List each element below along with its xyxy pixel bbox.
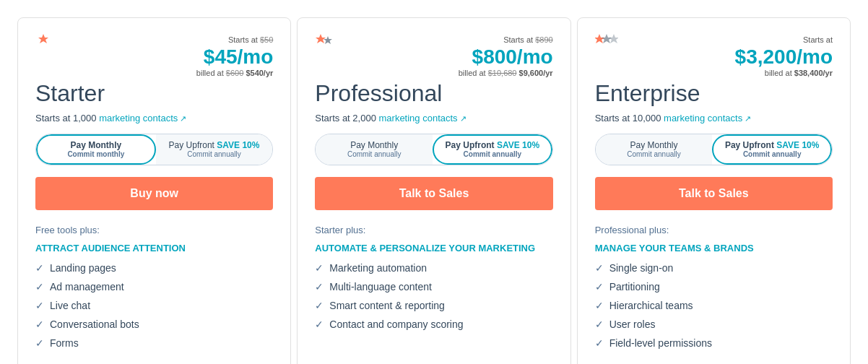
feature-label: Partitioning xyxy=(609,281,660,292)
feature-label: Single sign-on xyxy=(609,262,674,274)
feature-label: Landing pages xyxy=(50,262,116,274)
pay-upfront-toggle[interactable]: Pay Upfront SAVE 10% Commit annually xyxy=(712,134,832,165)
feature-item: ✓ Multi-language content xyxy=(315,281,552,292)
check-icon: ✓ xyxy=(595,281,604,292)
contacts-link[interactable]: marketing contacts xyxy=(379,113,466,124)
features-category: ATTRACT AUDIENCE ATTENTION xyxy=(35,243,273,254)
enterprise-icon xyxy=(595,32,618,52)
starts-at-label: Starts at $890 xyxy=(503,35,553,44)
cta-button[interactable]: Buy now xyxy=(35,177,273,210)
feature-label: Conversational bots xyxy=(50,318,139,330)
features-category: MANAGE YOUR TEAMS & BRANDS xyxy=(595,243,833,254)
contacts-line: Starts at 1,000 marketing contacts xyxy=(35,113,273,124)
pay-upfront-label: Pay Upfront SAVE 10% xyxy=(446,140,539,150)
feature-item: ✓ Live chat xyxy=(35,300,273,311)
professional-icon xyxy=(315,32,334,52)
billed-line: billed at $10,680 $9,600/yr xyxy=(459,69,553,77)
feature-item: ✓ Marketing automation xyxy=(315,262,552,274)
billing-toggle[interactable]: Pay Monthly Commit monthly Pay Upfront S… xyxy=(35,134,273,165)
features-intro: Starter plus: xyxy=(315,225,552,235)
feature-label: Marketing automation xyxy=(329,262,427,274)
pay-upfront-label: Pay Upfront SAVE 10% xyxy=(725,140,819,150)
feature-label: Hierarchical teams xyxy=(609,300,693,311)
check-icon: ✓ xyxy=(315,300,324,311)
check-icon: ✓ xyxy=(35,318,44,330)
plan-header: Starts at $50 $45/mo billed at $600 $540… xyxy=(35,32,273,77)
check-icon: ✓ xyxy=(35,281,44,292)
feature-item: ✓ Hierarchical teams xyxy=(595,300,833,311)
feature-item: ✓ Smart content & reporting xyxy=(315,300,552,311)
pay-monthly-sub: Commit annually xyxy=(627,150,680,159)
plan-header: Starts at $890 $800/mo billed at $10,680… xyxy=(315,32,552,77)
save-badge: SAVE 10% xyxy=(776,140,819,150)
check-icon: ✓ xyxy=(35,337,44,349)
check-icon: ✓ xyxy=(595,337,604,349)
pricing-container: Starts at $50 $45/mo billed at $600 $540… xyxy=(14,14,854,364)
cta-button[interactable]: Talk to Sales xyxy=(595,177,833,210)
plan-pricing-block: Starts at $3,200/mo billed at $38,400/yr xyxy=(735,32,833,77)
plan-card-enterprise: Starts at $3,200/mo billed at $38,400/yr… xyxy=(577,17,851,364)
price-main: $800/mo xyxy=(459,46,553,69)
starter-icon xyxy=(35,32,51,52)
plan-name: Enterprise xyxy=(595,80,833,107)
pay-monthly-toggle[interactable]: Pay Monthly Commit annually xyxy=(316,134,433,165)
feature-label: User roles xyxy=(609,318,656,330)
features-intro: Free tools plus: xyxy=(35,225,273,235)
feature-item: ✓ Field-level permissions xyxy=(595,337,833,349)
pay-monthly-label: Pay Monthly xyxy=(630,140,677,150)
feature-item: ✓ Ad management xyxy=(35,281,273,292)
feature-item: ✓ Landing pages xyxy=(35,262,273,274)
check-icon: ✓ xyxy=(315,262,324,274)
check-icon: ✓ xyxy=(315,318,324,330)
plan-name: Starter xyxy=(35,80,273,107)
check-icon: ✓ xyxy=(595,300,604,311)
billing-toggle[interactable]: Pay Monthly Commit annually Pay Upfront … xyxy=(595,134,833,165)
starts-at-label: Starts at $50 xyxy=(228,35,273,44)
contacts-link[interactable]: marketing contacts xyxy=(664,113,751,124)
pay-upfront-toggle[interactable]: Pay Upfront SAVE 10% Commit annually xyxy=(433,134,552,165)
pay-upfront-toggle[interactable]: Pay Upfront SAVE 10% Commit annually xyxy=(156,134,273,165)
features-section: Starter plus: AUTOMATE & PERSONALIZE YOU… xyxy=(315,225,552,356)
plan-pricing-block: Starts at $50 $45/mo billed at $600 $540… xyxy=(196,32,273,77)
pay-monthly-label: Pay Monthly xyxy=(70,140,121,150)
check-icon: ✓ xyxy=(595,318,604,330)
check-icon: ✓ xyxy=(595,262,604,274)
feature-label: Ad management xyxy=(50,281,124,292)
billing-toggle[interactable]: Pay Monthly Commit annually Pay Upfront … xyxy=(315,134,552,165)
feature-label: Smart content & reporting xyxy=(329,300,445,311)
features-section: Free tools plus: ATTRACT AUDIENCE ATTENT… xyxy=(35,225,273,356)
feature-item: ✓ Single sign-on xyxy=(595,262,833,274)
pay-monthly-sub: Commit monthly xyxy=(67,150,124,159)
contacts-link[interactable]: marketing contacts xyxy=(99,113,186,124)
feature-label: Forms xyxy=(50,337,79,349)
pay-upfront-sub: Commit annually xyxy=(743,150,802,159)
pay-monthly-sub: Commit annually xyxy=(347,150,401,159)
pay-monthly-toggle[interactable]: Pay Monthly Commit monthly xyxy=(36,134,156,165)
feature-item: ✓ Conversational bots xyxy=(35,318,273,330)
plan-header: Starts at $3,200/mo billed at $38,400/yr xyxy=(595,32,833,77)
plan-card-starter: Starts at $50 $45/mo billed at $600 $540… xyxy=(17,17,291,364)
billed-line: billed at $38,400/yr xyxy=(735,69,833,77)
plan-pricing-block: Starts at $890 $800/mo billed at $10,680… xyxy=(459,32,553,77)
contacts-line: Starts at 2,000 marketing contacts xyxy=(315,113,552,124)
pay-upfront-label: Pay Upfront SAVE 10% xyxy=(169,140,260,150)
plan-name: Professional xyxy=(315,80,552,107)
feature-item: ✓ Forms xyxy=(35,337,273,349)
feature-item: ✓ User roles xyxy=(595,318,833,330)
features-category: AUTOMATE & PERSONALIZE YOUR MARKETING xyxy=(315,243,552,254)
save-badge: SAVE 10% xyxy=(217,140,259,150)
cta-button[interactable]: Talk to Sales xyxy=(315,177,552,210)
feature-label: Field-level permissions xyxy=(609,337,712,349)
feature-label: Multi-language content xyxy=(329,281,432,292)
pay-upfront-sub: Commit annually xyxy=(464,150,522,159)
check-icon: ✓ xyxy=(35,262,44,274)
feature-label: Live chat xyxy=(50,300,90,311)
contacts-line: Starts at 10,000 marketing contacts xyxy=(595,113,833,124)
feature-label: Contact and company scoring xyxy=(329,318,463,330)
billed-line: billed at $600 $540/yr xyxy=(196,69,273,77)
check-icon: ✓ xyxy=(35,300,44,311)
pay-monthly-toggle[interactable]: Pay Monthly Commit annually xyxy=(596,134,713,165)
price-main: $3,200/mo xyxy=(735,46,833,69)
features-intro: Professional plus: xyxy=(595,225,833,235)
feature-item: ✓ Contact and company scoring xyxy=(315,318,552,330)
